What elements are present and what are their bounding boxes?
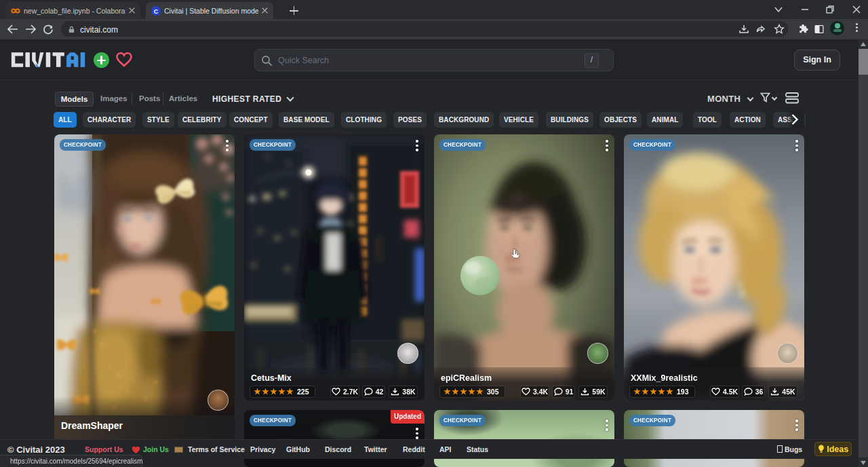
svg-text:C: C: [154, 7, 159, 14]
